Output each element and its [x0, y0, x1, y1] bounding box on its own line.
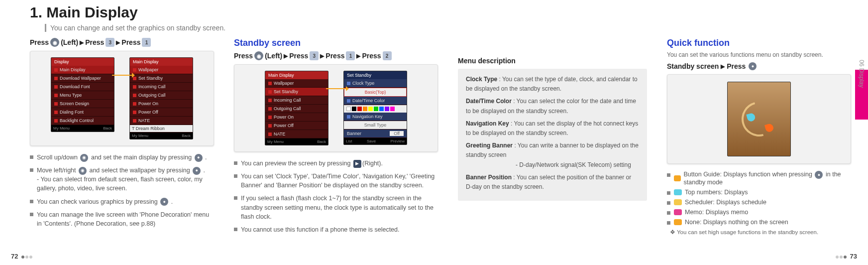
phone-standby-wallpaper	[727, 82, 791, 156]
arrow-icon: ▶	[116, 39, 120, 46]
nav-key-icon: ◉	[79, 167, 87, 175]
page-dots-icon	[835, 253, 847, 260]
menu-item: Download Wallpaper	[51, 74, 114, 83]
phone-display-menu: Display Main Display Download Wallpaper …	[51, 57, 114, 132]
color-swatch-row	[344, 105, 407, 113]
subtitle-bar	[45, 24, 46, 32]
menu-desc-item: Navigation Key : You can set the display…	[466, 119, 639, 138]
field-row: BannerOff	[344, 130, 407, 138]
arrow-connector-icon	[112, 75, 132, 76]
menu-item: Main Display	[51, 66, 114, 74]
qf-item: Memo: Displays memo	[667, 209, 851, 216]
menu-item: Wallpaper	[130, 66, 193, 74]
phone-main-display-menu: Main Display Wallpaper Set Standby Incom…	[129, 57, 193, 139]
phone-softkeys: My MenuBack	[51, 125, 114, 132]
press-word: Press	[30, 38, 49, 46]
key-2-icon: 2	[383, 51, 392, 60]
key-3-icon: 3	[310, 51, 319, 60]
menu-item: Download Font	[51, 83, 114, 91]
note-item: Scroll up/down ◉ and set the main displa…	[30, 153, 214, 162]
ok-key-icon: ●	[160, 198, 168, 206]
ok-key-icon: ●	[749, 62, 757, 70]
note-item: You cannot use this function if a phone …	[234, 225, 438, 234]
menu-item: Power On	[265, 113, 328, 122]
quick-function-desc: You can set the various functions menu o…	[667, 51, 851, 58]
nav-key-icon: ◉	[80, 154, 88, 162]
phone-softkeys: My MenuBack	[265, 138, 328, 145]
column-quick-function: Quick function You can set the various f…	[667, 38, 851, 250]
arrow-icon: ▶	[356, 53, 360, 59]
note-item: You can set 'Clock Type', 'Date/Time Col…	[234, 172, 438, 190]
quick-function-list: Button Guide: Displays function when pre…	[667, 171, 851, 229]
press-sequence-3: Standby screen ▶ Press ●	[667, 62, 851, 70]
phone-header: Set Standby	[344, 71, 407, 79]
field-value: Basic(Top)	[344, 88, 407, 97]
press-word: Press	[121, 38, 140, 46]
menu-item: Incoming Call	[265, 96, 328, 105]
arrow-icon: ▶	[80, 39, 84, 46]
arrow-icon: ▶	[284, 53, 288, 59]
note-item: You can check various graphics by pressi…	[30, 197, 214, 206]
top-numbers-icon	[674, 189, 682, 195]
press-word: Press	[326, 52, 344, 60]
phone-header: Main Display	[130, 58, 193, 66]
key-3-icon: 3	[106, 38, 114, 47]
section-quick-function: Quick function	[667, 38, 851, 48]
field-row: Date/Time Color	[344, 97, 407, 105]
menu-item: Power Off	[265, 122, 328, 130]
section-standby-screen: Standby screen	[234, 38, 438, 48]
page-number-left: 72	[11, 253, 33, 260]
wallpaper-swirl-icon	[735, 95, 783, 143]
key-1-icon: 1	[346, 51, 355, 60]
menu-description-box: Clock Type : You can set the type of dat…	[458, 69, 647, 201]
column-menu-description: Menu description Clock Type : You can se…	[458, 38, 647, 250]
notes-col1: Scroll up/down ◉ and set the main displa…	[30, 153, 214, 232]
menu-desc-item: Date/Time Color : You can select the col…	[466, 97, 639, 116]
field-row: Clock Type	[344, 79, 407, 88]
side-chapter-label: 06 Display	[858, 60, 865, 88]
press-word: (Left)	[265, 52, 282, 60]
qf-item: Button Guide: Displays function when pre…	[667, 171, 851, 186]
notes-col2: You can preview the screen by pressing ▶…	[234, 159, 438, 238]
scheduler-icon	[674, 199, 682, 205]
field-value: Small Type	[344, 121, 407, 130]
menu-item: Backlight Control	[51, 117, 114, 125]
phone-header: Display	[51, 58, 114, 66]
press-sequence-1: Press ◉ (Left) ▶ Press 3 ▶ Press 1	[30, 38, 214, 47]
memo-icon	[674, 209, 682, 215]
menu-desc-item: Greeting Banner : You can write a banner…	[466, 141, 639, 170]
phone-softkeys: My MenuBack	[130, 132, 193, 139]
menu-description-title: Menu description	[458, 57, 647, 65]
ok-key-icon: ●	[195, 154, 203, 162]
screenshot-frame-2: Main Display Wallpaper Set Standby Incom…	[234, 64, 438, 152]
nav-key-icon: ◉	[254, 51, 263, 60]
menu-item: Power On	[130, 100, 193, 108]
menu-item: Incoming Call	[130, 83, 193, 91]
menu-item: Set Standby	[265, 88, 328, 96]
menu-item: Power Off	[130, 108, 193, 117]
none-icon	[674, 219, 682, 225]
page-subtitle: You can change and set the graphics on s…	[50, 24, 225, 32]
note-item: You can manage the live screen with 'Pho…	[30, 210, 214, 228]
tip-text: You can set high usage functions in the …	[667, 229, 851, 236]
page-number-right: 73	[835, 253, 857, 260]
qf-item: Top numbers: Displays	[667, 189, 851, 196]
press-word: Press	[362, 52, 381, 60]
field-row: Navigation Key	[344, 113, 407, 121]
ok-key-icon: ●	[193, 167, 201, 175]
menu-item: Menu Type	[51, 91, 114, 100]
menu-desc-item: Clock Type : You can set the type of dat…	[466, 75, 639, 94]
menu-item: Dialing Font	[51, 108, 114, 117]
note-item: If you select a flash (flash clock 1~7) …	[234, 194, 438, 221]
arrow-connector-icon	[326, 88, 346, 89]
right-softkey-icon: ▶	[353, 160, 361, 168]
press-sequence-2: Press ◉ (Left) ▶ Press 3 ▶ Press 1 ▶ Pre…	[234, 51, 438, 60]
menu-item: NATE	[130, 117, 193, 125]
wallpaper-caption: T Dream Ribbon	[130, 125, 193, 132]
page-subtitle-row: You can change and set the graphics on s…	[30, 24, 851, 32]
menu-item: Outgoing Call	[130, 91, 193, 100]
menu-item: Outgoing Call	[265, 105, 328, 113]
menu-item: Set Standby	[130, 74, 193, 83]
qf-item: Scheduler: Displays schedule	[667, 199, 851, 206]
phone-main-display-menu: Main Display Wallpaper Set Standby Incom…	[265, 71, 328, 145]
